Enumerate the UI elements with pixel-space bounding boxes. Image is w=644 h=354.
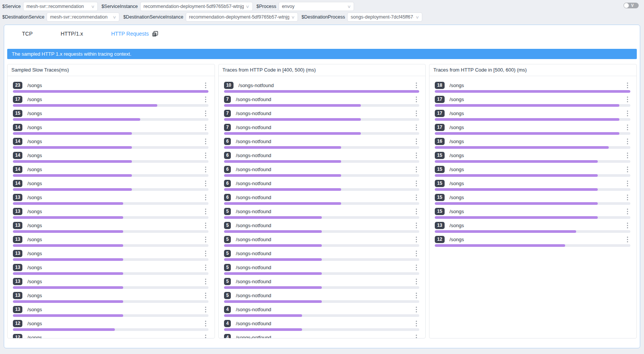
kebab-menu-icon[interactable] [203,221,208,229]
trace-row[interactable]: 7/songs-notfound [224,95,420,107]
trace-row[interactable]: 4/songs-notfound [224,334,420,338]
trace-row[interactable]: 13/songs [13,193,208,205]
kebab-menu-icon[interactable] [203,109,208,117]
service-instance-select[interactable]: recommendation-deployment-5df9765b57-wtn… [140,2,253,11]
trace-row[interactable]: 13/songs [13,278,208,289]
kebab-menu-icon[interactable] [625,207,630,215]
kebab-menu-icon[interactable] [414,109,419,117]
trace-row[interactable]: 14/songs [13,179,208,191]
kebab-menu-icon[interactable] [203,81,208,89]
trace-row[interactable]: 14/songs [13,165,208,177]
trace-row[interactable]: 10/songs-notfound [224,81,420,93]
kebab-menu-icon[interactable] [414,95,419,103]
trace-row[interactable]: 4/songs-notfound [224,306,420,317]
destination-service-select[interactable]: mesh-svr::recommendation ∨ [47,12,119,22]
kebab-menu-icon[interactable] [203,235,208,243]
trace-row[interactable]: 17/songs [435,123,630,135]
trace-row[interactable]: 12/songs [435,235,630,247]
kebab-menu-icon[interactable] [625,123,630,131]
kebab-menu-icon[interactable] [625,165,630,173]
kebab-menu-icon[interactable] [414,123,419,131]
trace-row[interactable]: 17/songs [13,95,208,107]
kebab-menu-icon[interactable] [625,81,630,89]
trace-row[interactable]: 17/songs [435,95,630,107]
trace-row[interactable]: 14/songs [13,151,208,163]
trace-row[interactable]: 13/songs [13,250,208,261]
kebab-menu-icon[interactable] [203,249,208,257]
kebab-menu-icon[interactable] [414,291,419,299]
trace-row[interactable]: 16/songs [435,137,630,149]
kebab-menu-icon[interactable] [203,263,208,271]
trace-row[interactable]: 5/songs-notfound [224,250,420,261]
kebab-menu-icon[interactable] [414,193,419,201]
trace-row[interactable]: 12/songs [13,320,208,331]
trace-row[interactable]: 13/songs [13,306,208,317]
kebab-menu-icon[interactable] [625,95,630,103]
trace-row[interactable]: 15/songs [13,109,208,121]
kebab-menu-icon[interactable] [625,179,630,187]
trace-row[interactable]: 5/songs-notfound [224,264,420,275]
kebab-menu-icon[interactable] [625,221,630,229]
kebab-menu-icon[interactable] [203,319,208,327]
trace-row[interactable]: 5/songs-notfound [224,235,420,247]
kebab-menu-icon[interactable] [414,81,419,89]
trace-row[interactable]: 13/songs [13,207,208,219]
destination-service-instance-select[interactable]: recommendation-deployment-5df9765b57-wtn… [186,12,298,22]
trace-row[interactable]: 15/songs [435,179,630,191]
service-select[interactable]: mesh-svr::recommendation ∨ [23,2,98,11]
trace-row[interactable]: 13/songs [13,221,208,233]
kebab-menu-icon[interactable] [625,137,630,145]
trace-row[interactable]: 5/songs-notfound [224,207,420,219]
destination-process-select[interactable]: songs-deployment-7dcf45ff67-g ∨ [347,12,422,22]
tab-http-requests[interactable]: HTTP Requests [97,31,172,37]
trace-row[interactable]: 7/songs-notfound [224,109,420,121]
kebab-menu-icon[interactable] [414,137,419,145]
kebab-menu-icon[interactable] [203,137,208,145]
trace-row[interactable]: 15/songs [435,165,630,177]
kebab-menu-icon[interactable] [414,235,419,243]
trace-row[interactable]: 13/songs [13,292,208,303]
trace-row[interactable]: 6/songs-notfound [224,165,420,177]
kebab-menu-icon[interactable] [203,333,208,338]
kebab-menu-icon[interactable] [203,305,208,313]
kebab-menu-icon[interactable] [625,193,630,201]
trace-row[interactable]: 6/songs-notfound [224,179,420,191]
kebab-menu-icon[interactable] [203,207,208,215]
tab-http1x[interactable]: HTTP/1.x [47,31,97,37]
kebab-menu-icon[interactable] [414,249,419,257]
kebab-menu-icon[interactable] [625,109,630,117]
kebab-menu-icon[interactable] [414,221,419,229]
trace-row[interactable]: 5/songs-notfound [224,292,420,303]
trace-row[interactable]: 13/songs [13,235,208,247]
kebab-menu-icon[interactable] [203,291,208,299]
process-select[interactable]: envoy ∨ [279,2,354,11]
kebab-menu-icon[interactable] [414,263,419,271]
trace-row[interactable]: 15/songs [435,207,630,219]
trace-row[interactable]: 23/songs [13,81,208,93]
trace-row[interactable]: 13/songs [13,264,208,275]
kebab-menu-icon[interactable] [414,277,419,285]
trace-row[interactable]: 15/songs [435,151,630,163]
kebab-menu-icon[interactable] [625,151,630,159]
trace-row[interactable]: 17/songs [435,109,630,121]
kebab-menu-icon[interactable] [414,319,419,327]
trace-row[interactable]: 18/songs [435,81,630,93]
trace-row[interactable]: 6/songs-notfound [224,193,420,205]
trace-row[interactable]: 15/songs [435,193,630,205]
trace-row[interactable]: 14/songs [13,137,208,149]
kebab-menu-icon[interactable] [203,95,208,103]
kebab-menu-icon[interactable] [414,305,419,313]
trace-row[interactable]: 4/songs-notfound [224,320,420,331]
kebab-menu-icon[interactable] [414,207,419,215]
kebab-menu-icon[interactable] [203,193,208,201]
trace-row[interactable]: 12/songs [13,334,208,338]
kebab-menu-icon[interactable] [203,277,208,285]
version-toggle[interactable]: V [624,3,639,8]
trace-row[interactable]: 6/songs-notfound [224,137,420,149]
kebab-menu-icon[interactable] [203,179,208,187]
kebab-menu-icon[interactable] [625,235,630,243]
trace-row[interactable]: 14/songs [13,123,208,135]
trace-row[interactable]: 6/songs-notfound [224,151,420,163]
copy-icon[interactable] [152,31,158,37]
kebab-menu-icon[interactable] [203,165,208,173]
